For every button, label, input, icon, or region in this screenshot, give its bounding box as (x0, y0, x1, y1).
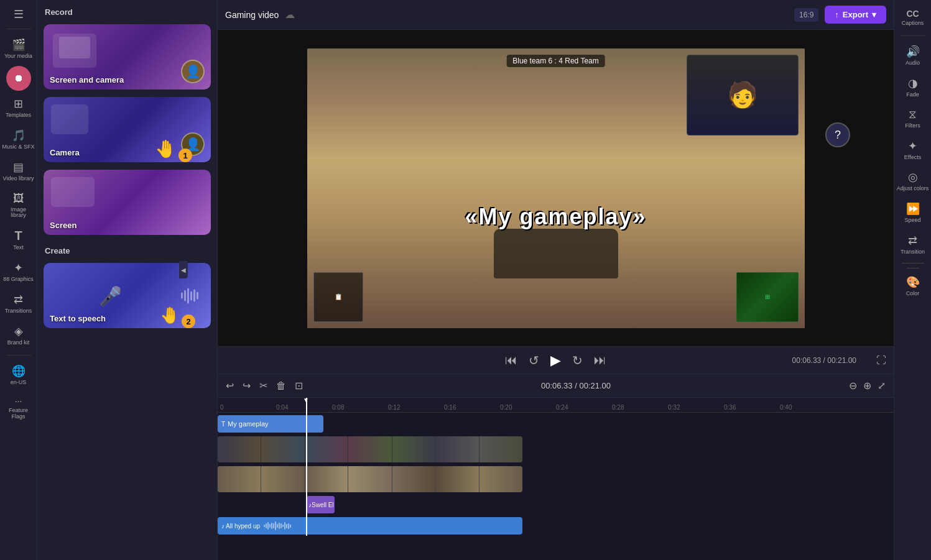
screen-card[interactable]: Screen (44, 170, 211, 235)
forward-5s-button[interactable]: ↻ (572, 353, 583, 368)
language-label: en-US (11, 380, 27, 386)
camera-card[interactable]: 👤 Camera 🤚 1 (44, 97, 211, 162)
video-pip: 🧑 (687, 55, 799, 135)
video-frame-10 (305, 466, 348, 492)
waveform-decoration (181, 288, 198, 303)
transition-label: Transition (901, 249, 925, 255)
text-clip-my-gameplay[interactable]: T My gameplay (218, 415, 323, 433)
timeline-scroll[interactable]: 0 0:04 0:08 0:12 0:16 0:20 0:24 0:28 0:3… (218, 398, 894, 560)
ruler-mark-16: 0:16 (444, 404, 456, 411)
filters-label: Filters (905, 123, 920, 129)
help-button[interactable]: ? (825, 122, 850, 147)
main-content: Gaming video ☁ 16:9 ↑ Export ▾ Blue team… (218, 0, 894, 560)
video-frame-8 (218, 466, 261, 492)
zoom-in-button[interactable]: ⊕ (861, 378, 873, 393)
fade-icon: ◑ (908, 76, 918, 90)
record-button[interactable]: ⏺ (6, 66, 31, 91)
video-track-1 (218, 435, 894, 464)
delete-button[interactable]: 🗑 (274, 379, 288, 393)
right-divider-2 (902, 263, 924, 264)
right-item-fade[interactable]: ◑ Fade (896, 73, 930, 102)
aspect-ratio-badge: 16:9 (794, 8, 818, 22)
skip-back-button[interactable]: ⏮ (505, 353, 517, 367)
timeline-inner: 0 0:04 0:08 0:12 0:16 0:20 0:24 0:28 0:3… (218, 398, 894, 536)
ruler-mark-32: 0:32 (668, 404, 680, 411)
pip-face: 🧑 (687, 55, 798, 135)
audio-icon: 🔊 (906, 45, 920, 58)
duplicate-button[interactable]: ⊡ (293, 378, 305, 393)
sidebar-item-music-sfx[interactable]: 🎵 Music & SFX (1, 125, 36, 154)
timeline-area: ↩ ↪ ✂ 🗑 ⊡ 00:06.33 / 00:21.00 ⊖ ⊕ ⤢ 0 0:… (218, 374, 894, 560)
video-clip-1[interactable] (218, 436, 522, 462)
cloud-icon: ☁ (285, 9, 295, 21)
right-item-audio[interactable]: 🔊 Audio (896, 41, 930, 70)
sidebar-item-video-library[interactable]: ▤ Video library (1, 157, 36, 186)
skip-forward-button[interactable]: ⏭ (594, 353, 606, 367)
ruler-mark-8: 0:08 (332, 404, 344, 411)
right-item-captions[interactable]: CC Captions (896, 5, 930, 30)
adjust-colors-label: Adjust colors (897, 186, 929, 192)
sidebar-item-transitions[interactable]: ⇄ Transitions (1, 289, 36, 318)
rewind-5s-button[interactable]: ↺ (529, 353, 539, 368)
fullscreen-button[interactable]: ⛶ (876, 355, 886, 366)
video-frame-7 (479, 436, 522, 462)
audio-clip-swell[interactable]: ♪ Swell El (306, 496, 335, 513)
sidebar-item-your-media[interactable]: 🎬 Your media (1, 34, 36, 63)
feature-flags-label: Feature Flags (2, 408, 35, 420)
language-icon: 🌐 (12, 364, 25, 378)
video-library-icon: ▤ (13, 160, 24, 174)
sidebar-item-graphics[interactable]: ✦ 88 Graphics (1, 257, 36, 287)
record-icon: ⏺ (14, 73, 24, 84)
zoom-out-button[interactable]: ⊖ (847, 378, 859, 393)
redo-button[interactable]: ↪ (241, 378, 252, 393)
audio-track-2: ♪ All hyped up (218, 516, 894, 536)
video-frame: Blue team 6 : 4 Red Team «My gameplay» 🧑… (307, 48, 805, 328)
sidebar-item-templates[interactable]: ⊞ Templates (1, 93, 36, 122)
video-frame-14 (479, 466, 522, 492)
video-frame-5 (392, 436, 435, 462)
right-item-speed[interactable]: ⏩ Speed (896, 198, 930, 227)
right-panel: CC Captions 🔊 Audio ◑ Fade ⧖ Filters ✦ E… (894, 0, 931, 560)
text-icon: T (14, 229, 22, 243)
video-frame-11 (348, 466, 391, 492)
hamburger-menu[interactable]: ☰ (11, 5, 26, 24)
video-frame-13 (436, 466, 479, 492)
cut-button[interactable]: ✂ (257, 378, 269, 393)
ruler-mark-12: 0:12 (388, 404, 400, 411)
timeline-playhead (306, 398, 307, 412)
sidebar-item-image-library[interactable]: 🖼 Image library (1, 188, 36, 223)
video-frame-1 (218, 436, 261, 462)
screen-camera-thumb: 👤 (181, 60, 205, 83)
timeline-time-display: 00:06.33 / 00:21.00 (310, 381, 842, 390)
screen-and-camera-card[interactable]: 👤 Screen and camera (44, 24, 211, 90)
video-overlay-text: «My gameplay» (465, 204, 646, 230)
video-clip-2[interactable] (218, 466, 522, 492)
right-item-transition[interactable]: ⇄ Transition (896, 230, 930, 259)
sidebar-item-text[interactable]: T Text (1, 225, 36, 255)
undo-button[interactable]: ↩ (224, 378, 236, 393)
sidebar-item-brand-kit[interactable]: ◈ Brand kit (1, 321, 36, 350)
right-item-adjust-colors[interactable]: ◎ Adjust colors (896, 167, 930, 196)
templates-icon: ⊞ (14, 97, 23, 111)
brand-kit-icon: ◈ (14, 324, 23, 338)
color-label: Color (906, 291, 920, 297)
sidebar-item-en-us[interactable]: 🌐 en-US (1, 360, 36, 390)
sidebar-item-feature-flags[interactable]: ··· Feature Flags (1, 392, 36, 424)
play-pause-button[interactable]: ▶ (550, 352, 561, 369)
export-label: Export (843, 10, 868, 19)
music-sfx-icon: 🎵 (12, 129, 25, 142)
adjust-colors-icon: ◎ (908, 170, 918, 184)
export-button[interactable]: ↑ Export ▾ (825, 6, 886, 24)
project-title: Gaming video (225, 10, 279, 20)
video-frame-6 (436, 436, 479, 462)
video-minimap2: ⊞ (736, 272, 799, 322)
right-item-color[interactable]: 🎨 Color (896, 272, 930, 301)
audio-clip-hyped[interactable]: ♪ All hyped up (218, 517, 522, 535)
audio-swell-label: Swell El (312, 502, 334, 508)
fit-timeline-button[interactable]: ⤢ (876, 378, 887, 393)
ruler-mark-40: 0:40 (780, 404, 792, 411)
graphics-label: 88 Graphics (3, 277, 34, 283)
panel-collapse-arrow[interactable]: ◀ (179, 261, 188, 278)
right-item-filters[interactable]: ⧖ Filters (896, 104, 930, 133)
right-item-effects[interactable]: ✦ Effects (896, 135, 930, 165)
